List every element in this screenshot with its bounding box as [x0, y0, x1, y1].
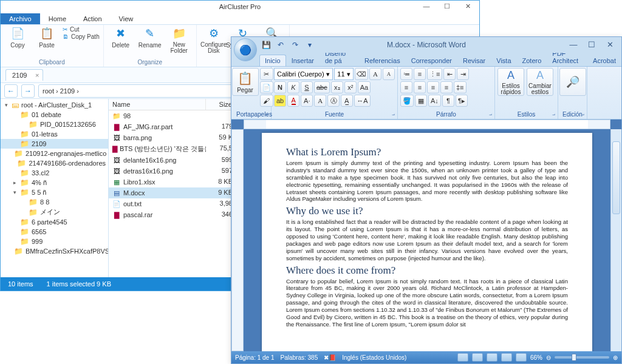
aircluster-titlebar[interactable]: AirCluster Pro — ☐ ✕ — [1, 1, 479, 13]
copy-path-button[interactable]: 🗎Copy Path — [63, 33, 100, 40]
zoom-slider[interactable] — [555, 356, 609, 359]
ribbon-tab-acrobat[interactable]: Acrobat — [587, 55, 621, 66]
grow-shrink-button[interactable]: A̲ — [341, 95, 353, 107]
vertical-ruler[interactable] — [231, 129, 244, 351]
char-border-button[interactable]: Ⓐ — [327, 95, 340, 107]
folder-tree[interactable]: ▾🖴root - AirCluster_Disk_1📁01 debate📁PID… — [1, 99, 109, 277]
tree-item[interactable]: ▾📁5 5 ñ — [1, 187, 108, 197]
tree-item[interactable]: 📁33.cl2 — [1, 168, 108, 178]
status-page[interactable]: Página: 1 de 1 — [235, 354, 275, 361]
paste-button[interactable]: 📋Paste — [33, 26, 60, 49]
zoom-thumb[interactable] — [572, 354, 576, 361]
grow-font-button[interactable]: A — [369, 68, 381, 80]
tree-item[interactable]: 📁PID_00152132656 — [1, 120, 108, 129]
minimize-button[interactable]: — — [416, 1, 437, 12]
tree-item[interactable]: 📁2109 — [1, 139, 108, 149]
text-effects-button[interactable]: A· — [301, 95, 313, 107]
shrink-font-button[interactable]: A — [383, 68, 395, 80]
col-name[interactable]: Name — [109, 99, 206, 110]
forward-button[interactable]: → — [21, 84, 35, 98]
tree-item[interactable]: 📁999 — [1, 237, 108, 246]
text-box-button[interactable]: A — [314, 95, 326, 107]
bullets-button[interactable]: ≔ — [400, 68, 412, 80]
view-outline-icon[interactable] — [501, 353, 512, 362]
line-spacing-button[interactable]: ‡≡ — [454, 81, 466, 93]
vertical-scrollbar[interactable] — [610, 129, 621, 351]
highlight-button[interactable]: ab — [274, 95, 286, 107]
menu-view[interactable]: View — [111, 13, 142, 24]
ribbon-tab-revisar[interactable]: Revisar — [457, 55, 491, 66]
indent-inc-button[interactable]: ⇥ — [457, 68, 469, 80]
indent-dec-button[interactable]: ⇤ — [443, 68, 456, 80]
close-button[interactable]: ✕ — [457, 1, 478, 12]
word-titlebar[interactable]: 🔵 💾 ↶ ↷ ▾ M.docx - Microsoft Word — ☐ ✕ — [231, 37, 621, 53]
redo-icon[interactable]: ↷ — [290, 39, 301, 50]
tree-item[interactable]: 📁BMfraCezfinSxFHXcafP8VS — [1, 246, 108, 256]
status-lang[interactable]: Inglés (Estados Unidos) — [342, 354, 406, 361]
chevron-icon[interactable]: ▾ — [3, 102, 9, 108]
status-words[interactable]: Palabras: 385 — [281, 354, 318, 361]
delete-button[interactable]: ✖Delete — [108, 26, 134, 49]
zoom-in-button[interactable]: ⊕ — [613, 354, 618, 361]
menu-archivo[interactable]: Archivo — [1, 13, 40, 24]
fit-text-button[interactable]: ↔A — [354, 95, 370, 107]
office-orb[interactable]: 🔵 — [234, 38, 257, 61]
superscript-button[interactable]: x² — [344, 81, 357, 93]
show-marks-button[interactable]: ¶ — [442, 95, 454, 107]
view-fullscreen-icon[interactable] — [472, 353, 483, 362]
strike-button[interactable]: abc — [314, 81, 330, 93]
spellcheck-icon[interactable]: ✖📕 — [324, 354, 336, 361]
change-styles-button[interactable]: ACambiar estilos — [527, 68, 553, 96]
document-page[interactable]: What is Lorem Ipsum? Lorem Ipsum is simp… — [262, 133, 592, 351]
view-draft-icon[interactable] — [516, 353, 527, 362]
cut-button[interactable]: ✂Cut — [63, 26, 100, 33]
change-case-button[interactable]: Aa — [358, 81, 371, 93]
underline-button[interactable]: S — [301, 81, 313, 93]
edicion-button[interactable]: 🔎 — [559, 68, 586, 96]
menu-action[interactable]: Action — [75, 13, 111, 24]
ribbon-tab-inicio[interactable]: Inicio — [259, 55, 286, 66]
scrollbar-thumb[interactable] — [612, 141, 620, 214]
chevron-icon[interactable]: ▾ — [12, 189, 18, 195]
ribbon-tab-vista[interactable]: Vista — [491, 55, 516, 66]
tree-item[interactable]: 📁01 debate — [1, 110, 108, 120]
copy-button[interactable]: 📄Copy — [4, 26, 31, 49]
ribbon-tab-insertar[interactable]: Insertar — [286, 55, 320, 66]
quick-styles-button[interactable]: AEstilos rápidos — [497, 68, 524, 96]
pegar-button[interactable]: 📋Pegar — [232, 68, 259, 96]
tree-item[interactable]: 📁2147491686-ordenadores — [1, 158, 108, 168]
tree-item[interactable]: 📁8 8 — [1, 197, 108, 207]
ribbon-tab-zotero[interactable]: Zotero — [517, 55, 547, 66]
ltr-button[interactable]: ¶▸ — [456, 95, 468, 107]
tree-item[interactable]: 📁6 parte4545 — [1, 217, 108, 227]
font-family-select[interactable]: Calibri (Cuerpo)▾ — [274, 68, 333, 80]
page-viewport[interactable]: What is Lorem Ipsum? Lorem Ipsum is simp… — [244, 129, 610, 351]
back-button[interactable]: ← — [4, 84, 18, 98]
view-print-layout-icon[interactable] — [457, 353, 468, 362]
multilevel-button[interactable]: ⋮≡ — [427, 68, 442, 80]
tree-item[interactable]: 📁210912-engranajes-metlico — [1, 149, 108, 158]
ribbon-tab-referencias[interactable]: Referencias — [359, 55, 406, 66]
align-right-button[interactable]: ≡ — [427, 81, 439, 93]
borders-button[interactable]: ▦ — [415, 95, 427, 107]
tab-2109[interactable]: 2109× — [5, 69, 43, 81]
tree-item[interactable]: 📁01-letras — [1, 129, 108, 139]
italic-button[interactable]: K — [287, 81, 299, 93]
tree-item[interactable]: ▾🖴root - AirCluster_Disk_1 — [1, 100, 108, 110]
zoom-label[interactable]: 66% — [530, 354, 542, 361]
undo-icon[interactable]: ↶ — [275, 39, 286, 50]
bold-button[interactable]: N — [274, 81, 286, 93]
sort-button[interactable]: A↓ — [428, 95, 441, 107]
shading-button[interactable]: 🪣 — [400, 95, 414, 107]
numbering-button[interactable]: ≡ — [414, 68, 426, 80]
horizontal-ruler[interactable] — [244, 120, 610, 129]
maximize-button[interactable]: ☐ — [437, 1, 457, 12]
font-size-select[interactable]: 11▾ — [334, 68, 353, 80]
subscript-button[interactable]: x₂ — [331, 81, 343, 93]
font-color-button[interactable]: A — [287, 95, 299, 107]
word-minimize-button[interactable]: — — [564, 38, 583, 50]
align-center-button[interactable]: ≡ — [414, 81, 426, 93]
chevron-icon[interactable]: ▸ — [12, 180, 18, 186]
clear-format-button[interactable]: ⌫ — [355, 68, 368, 80]
tab-close-icon[interactable]: × — [35, 72, 39, 79]
